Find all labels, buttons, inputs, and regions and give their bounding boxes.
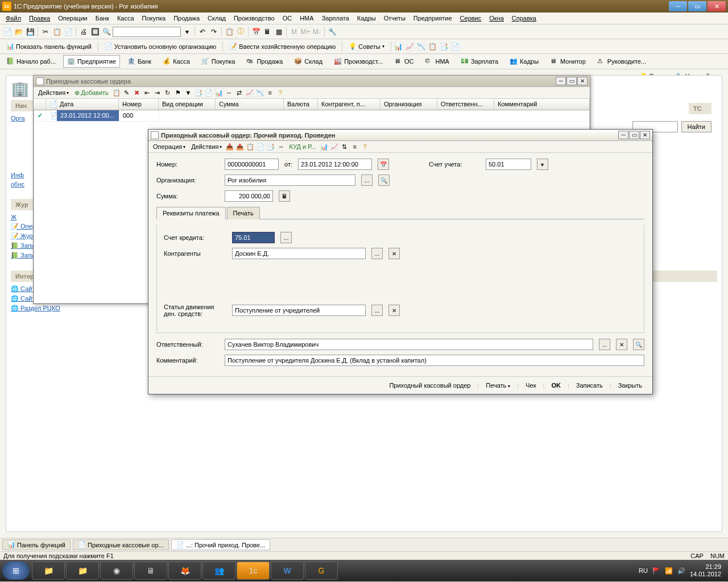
paste-icon[interactable]: 📄 xyxy=(63,27,73,37)
tools-icon[interactable]: 🔧 xyxy=(327,27,337,37)
col-responsible[interactable]: Ответственн... xyxy=(437,99,494,110)
input-movement[interactable] xyxy=(232,305,366,316)
print-icon[interactable]: 🖨 xyxy=(78,27,89,37)
list-add-button[interactable]: ⊕ Добавить xyxy=(72,89,111,97)
menu-bank[interactable]: Банк xyxy=(92,14,113,23)
mdi-tab-list[interactable]: 📄Приходные кассовые ор... xyxy=(73,539,169,550)
section-manager[interactable]: ⚠Руководите... xyxy=(593,55,650,68)
list-refresh-icon[interactable]: ↻ xyxy=(163,88,172,97)
input-responsible[interactable] xyxy=(225,339,593,350)
form-ico3[interactable]: 📋 xyxy=(246,142,255,151)
footer-save-button[interactable]: Записать xyxy=(572,380,607,390)
advice-button[interactable]: 💡 Советы ▾ xyxy=(345,41,388,52)
menu-sale[interactable]: Продажа xyxy=(170,14,203,23)
task-explorer[interactable]: 📁 xyxy=(32,562,65,580)
list-minimize-button[interactable]: ─ xyxy=(556,77,566,85)
section-salary[interactable]: 💵Зарплата xyxy=(457,55,502,68)
form-maximize-button[interactable]: ▭ xyxy=(629,131,639,139)
tb2-icon2[interactable]: 📈 xyxy=(405,41,415,52)
tab-print[interactable]: Печать xyxy=(227,207,260,219)
list-edit-icon[interactable]: ✎ xyxy=(122,88,131,97)
list-filter-icon[interactable]: ▼ xyxy=(184,88,193,97)
list-ico5[interactable]: ⇄ xyxy=(235,88,244,97)
bg-search-button[interactable]: Найти xyxy=(681,121,712,132)
date-picker-button[interactable]: 📅 xyxy=(378,159,389,170)
counterparty-clear-button[interactable]: ✕ xyxy=(388,248,400,259)
tray-sound-icon[interactable]: 🔊 xyxy=(677,567,685,575)
form-ico2[interactable]: 📤 xyxy=(235,142,245,151)
new-icon[interactable]: 📄 xyxy=(2,27,13,37)
input-number[interactable] xyxy=(225,159,279,170)
col-date[interactable]: Дата xyxy=(56,99,119,110)
list-ico2[interactable]: 📄 xyxy=(204,88,213,97)
input-account[interactable] xyxy=(486,159,531,170)
open-icon[interactable]: 📂 xyxy=(14,27,24,37)
copy-icon[interactable]: 📋 xyxy=(52,27,62,37)
tb2-icon5[interactable]: 📑 xyxy=(439,41,449,52)
clipboard-icon[interactable]: 📋 xyxy=(224,27,234,37)
search-dropdown-icon[interactable]: ▾ xyxy=(182,27,192,37)
input-counterparty[interactable] xyxy=(232,248,366,259)
col-posted[interactable]: 📄 xyxy=(46,99,56,110)
menu-cash[interactable]: Касса xyxy=(114,14,138,23)
menu-warehouse[interactable]: Склад xyxy=(204,14,229,23)
list-copy-icon[interactable]: 📋 xyxy=(112,88,121,97)
credit-select-button[interactable]: ... xyxy=(280,232,292,243)
menu-enterprise[interactable]: Предприятие xyxy=(410,14,456,23)
form-ico5[interactable]: 📑 xyxy=(266,142,275,151)
menu-operations[interactable]: Операции xyxy=(55,14,90,23)
task-app5[interactable]: G xyxy=(305,562,338,580)
input-sum[interactable] xyxy=(225,190,273,202)
col-comment[interactable]: Комментарий xyxy=(494,99,590,110)
cut-icon[interactable]: ✂ xyxy=(40,27,51,37)
menu-salary[interactable]: Зарплата xyxy=(318,14,353,23)
mdi-tab-form[interactable]: 📄...: Прочий приход. Прове... xyxy=(171,539,270,550)
search-input[interactable] xyxy=(113,27,181,37)
menu-personnel[interactable]: Кадры xyxy=(354,14,379,23)
footer-ok-button[interactable]: OK xyxy=(547,380,565,390)
responsible-search-button[interactable]: 🔍 xyxy=(633,339,644,350)
calculator-icon[interactable]: 🖩 xyxy=(262,27,272,37)
task-word[interactable]: W xyxy=(271,562,304,580)
calendar-icon[interactable]: 📅 xyxy=(251,27,261,37)
tb2-icon6[interactable]: 📄 xyxy=(450,41,461,52)
form-ico8[interactable]: 📈 xyxy=(330,142,339,151)
form-ico10[interactable]: ≡ xyxy=(350,142,359,151)
section-os[interactable]: 🖥ОС xyxy=(390,55,418,68)
sum-calc-button[interactable]: 🖩 xyxy=(279,190,290,202)
task-app2[interactable]: ◉ xyxy=(100,562,133,580)
grid-icon[interactable]: ▦ xyxy=(274,27,284,37)
account-dropdown-button[interactable]: ▾ xyxy=(537,159,548,170)
calc-icon[interactable]: 🔲 xyxy=(90,27,100,37)
col-counterparty[interactable]: Контрагент, п... xyxy=(318,99,380,110)
list-delete-icon[interactable]: ✖ xyxy=(133,88,142,97)
section-monitor[interactable]: 🖥Монитор xyxy=(546,55,590,68)
menu-edit[interactable]: Правка xyxy=(26,14,53,23)
section-sale[interactable]: 🛍Продажа xyxy=(242,55,287,68)
org-select-button[interactable]: ... xyxy=(361,174,373,186)
col-org[interactable]: Организация xyxy=(380,99,437,110)
tb2-icon1[interactable]: 📊 xyxy=(394,41,404,52)
tray-lang[interactable]: RU xyxy=(639,567,648,574)
list-ico4[interactable]: ↔ xyxy=(225,88,234,97)
form-close-button[interactable]: ✕ xyxy=(640,131,650,139)
footer-check-button[interactable]: Чек xyxy=(521,380,540,390)
list-ico6[interactable]: 📈 xyxy=(245,88,254,97)
list-ico8[interactable]: ≡ xyxy=(266,88,275,97)
mminus-icon[interactable]: M- xyxy=(312,27,322,37)
menu-production[interactable]: Производство xyxy=(230,14,278,23)
org-search-button[interactable]: 🔍 xyxy=(378,174,390,186)
input-org[interactable] xyxy=(225,174,355,186)
task-app3[interactable]: 🖥 xyxy=(134,562,167,580)
form-ico7[interactable]: 📊 xyxy=(320,142,329,151)
form-ico6[interactable]: ↔ xyxy=(276,142,286,151)
input-date[interactable] xyxy=(298,159,372,170)
m-icon[interactable]: M xyxy=(289,27,299,37)
section-cash[interactable]: 💰Касса xyxy=(159,55,194,68)
redo-icon[interactable]: ↷ xyxy=(209,27,219,37)
list-maximize-button[interactable]: ▭ xyxy=(566,77,577,85)
counterparty-select-button[interactable]: ... xyxy=(371,248,383,259)
movement-clear-button[interactable]: ✕ xyxy=(388,305,400,316)
footer-close-button[interactable]: Закрыть xyxy=(614,380,647,390)
tray-flag-icon[interactable]: 🚩 xyxy=(652,567,660,575)
